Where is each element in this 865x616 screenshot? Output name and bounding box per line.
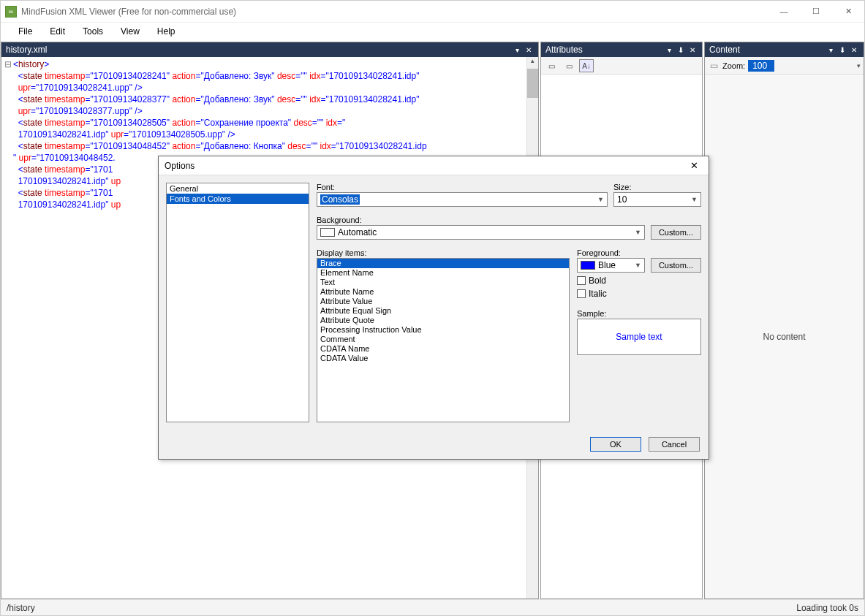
- options-dialog: Options ✕ GeneralFonts and Colors Font: …: [158, 156, 709, 460]
- display-item[interactable]: Attribute Quote: [317, 316, 569, 325]
- attributes-close-icon[interactable]: ✕: [687, 46, 698, 54]
- display-items-list[interactable]: BraceElement NameTextAttribute NameAttri…: [317, 258, 570, 422]
- background-custom-button[interactable]: Custom...: [651, 225, 701, 240]
- dialog-close-icon[interactable]: ✕: [685, 160, 703, 171]
- status-path: /history: [7, 603, 35, 613]
- xml-line[interactable]: upr="170109134028377.upp" />: [4, 105, 524, 117]
- content-switch-icon[interactable]: ▭: [708, 61, 719, 71]
- zoom-label: Zoom:: [722, 61, 745, 70]
- app-icon: ∞: [5, 6, 17, 18]
- xml-tab-label: history.xml: [6, 45, 47, 55]
- display-item[interactable]: Processing Instruction Value: [317, 325, 569, 335]
- menu-edit[interactable]: Edit: [42, 24, 72, 39]
- attr-tool-categorize-icon[interactable]: ▭: [544, 59, 559, 72]
- display-item[interactable]: Element Name: [317, 268, 569, 278]
- content-pane: Content ▾ ⬇ ✕ ▭ Zoom: 100 ▾ No content: [704, 42, 864, 599]
- menu-tools[interactable]: Tools: [75, 24, 110, 39]
- menu-view[interactable]: View: [113, 24, 147, 39]
- category-list[interactable]: GeneralFonts and Colors: [166, 183, 309, 422]
- status-loading: Loading took 0s: [796, 603, 858, 613]
- zoom-dropdown-icon[interactable]: ▾: [857, 62, 861, 69]
- attr-tool-sort-icon[interactable]: A↓: [579, 59, 594, 72]
- attributes-pin-icon[interactable]: ⬇: [676, 46, 686, 54]
- ok-button[interactable]: OK: [590, 437, 641, 452]
- italic-checkbox[interactable]: Italic: [577, 289, 701, 299]
- display-item[interactable]: Brace: [317, 259, 569, 268]
- font-value: Consolas: [320, 194, 360, 205]
- display-item[interactable]: CDATA Name: [317, 344, 569, 354]
- foreground-swatch: [581, 261, 595, 270]
- dialog-title-bar[interactable]: Options ✕: [159, 156, 709, 175]
- category-item[interactable]: General: [167, 183, 309, 194]
- menu-help[interactable]: Help: [150, 24, 183, 39]
- foreground-label: Foreground:: [577, 248, 701, 257]
- maximize-button[interactable]: ☐: [800, 1, 832, 22]
- category-item[interactable]: Fonts and Colors: [167, 194, 309, 204]
- content-close-icon[interactable]: ✕: [849, 46, 859, 54]
- scroll-up-icon[interactable]: ▴: [527, 57, 538, 67]
- display-item[interactable]: Attribute Equal Sign: [317, 306, 569, 316]
- display-item[interactable]: Text: [317, 278, 569, 287]
- chevron-down-icon: ▼: [597, 196, 604, 203]
- checkbox-box: [577, 289, 586, 298]
- font-combo[interactable]: Consolas ▼: [317, 192, 608, 207]
- background-label: Background:: [317, 216, 701, 224]
- background-combo[interactable]: Automatic ▼: [317, 225, 645, 240]
- font-label: Font:: [317, 183, 608, 191]
- chevron-down-icon: ▼: [635, 262, 641, 269]
- close-window-button[interactable]: ✕: [832, 1, 864, 22]
- display-item[interactable]: Attribute Name: [317, 287, 569, 297]
- xml-line[interactable]: upr="170109134028241.upp" />: [4, 82, 524, 94]
- xml-line[interactable]: <state timestamp="170109134028377" actio…: [4, 94, 524, 105]
- attributes-title: Attributes: [545, 45, 583, 55]
- content-empty-text: No content: [763, 332, 805, 342]
- size-value: 10: [617, 194, 627, 205]
- xml-tab-header[interactable]: history.xml ▾ ✕: [1, 42, 538, 57]
- content-body: No content: [705, 75, 864, 598]
- chevron-down-icon: ▼: [635, 229, 641, 236]
- zoom-input[interactable]: 100: [748, 60, 774, 72]
- display-item[interactable]: CDATA Value: [317, 354, 569, 363]
- content-dropdown-icon[interactable]: ▾: [826, 46, 836, 54]
- foreground-custom-button[interactable]: Custom...: [651, 258, 701, 273]
- xml-line[interactable]: 170109134028241.idp" upr="17010913402850…: [4, 129, 524, 140]
- foreground-value: Blue: [598, 260, 616, 270]
- dialog-footer: OK Cancel: [159, 430, 709, 459]
- title-bar: ∞ MindFusion XML Viewer (Free for non-co…: [1, 1, 864, 23]
- scroll-thumb[interactable]: [527, 69, 538, 98]
- minimize-button[interactable]: —: [768, 1, 800, 22]
- size-combo[interactable]: 10 ▼: [613, 192, 701, 207]
- background-swatch: [320, 228, 335, 237]
- attributes-header[interactable]: Attributes ▾ ⬇ ✕: [541, 42, 702, 57]
- attributes-toolbar: ▭ ▭ A↓: [541, 57, 702, 75]
- sample-text: Sample text: [616, 332, 662, 342]
- xml-line[interactable]: ⊟<history>: [4, 58, 524, 70]
- foreground-combo[interactable]: Blue ▼: [577, 258, 645, 273]
- content-header[interactable]: Content ▾ ⬇ ✕: [705, 42, 864, 57]
- display-item[interactable]: Comment: [317, 335, 569, 344]
- attributes-dropdown-icon[interactable]: ▾: [664, 46, 674, 54]
- xml-line[interactable]: <state timestamp="170109134028505" actio…: [4, 117, 524, 129]
- xml-line[interactable]: <state timestamp="170109134048452" actio…: [4, 140, 524, 152]
- display-item[interactable]: Attribute Value: [317, 297, 569, 306]
- status-bar: /history Loading took 0s: [1, 599, 864, 615]
- content-title: Content: [709, 45, 740, 55]
- menu-file[interactable]: File: [11, 24, 39, 39]
- attr-tool-add-icon[interactable]: ▭: [562, 59, 576, 72]
- bold-checkbox[interactable]: Bold: [577, 275, 701, 286]
- xml-line[interactable]: <state timestamp="170109134028241" actio…: [4, 70, 524, 82]
- chevron-down-icon: ▼: [691, 196, 698, 203]
- italic-label: Italic: [589, 289, 607, 299]
- content-pin-icon[interactable]: ⬇: [837, 46, 847, 54]
- checkbox-box: [577, 276, 586, 285]
- dialog-title: Options: [165, 161, 194, 171]
- menu-bar: File Edit Tools View Help: [1, 23, 864, 40]
- tab-dropdown-icon[interactable]: ▾: [512, 46, 522, 54]
- size-label: Size:: [613, 183, 701, 191]
- sample-preview: Sample text: [577, 319, 701, 355]
- bold-label: Bold: [589, 275, 606, 286]
- background-value: Automatic: [338, 227, 377, 237]
- tab-close-icon[interactable]: ✕: [524, 46, 534, 54]
- cancel-button[interactable]: Cancel: [649, 437, 700, 452]
- sample-label: Sample:: [577, 309, 701, 318]
